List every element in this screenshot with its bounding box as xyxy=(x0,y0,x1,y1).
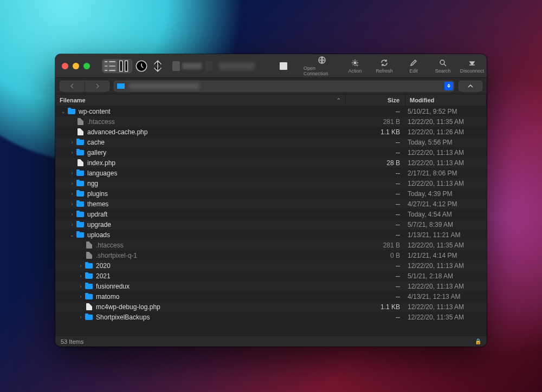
file-name: ngg xyxy=(87,180,98,187)
folder-icon xyxy=(85,293,93,300)
disconnect-label: Disconnect xyxy=(460,68,485,74)
list-view-button[interactable] xyxy=(117,60,131,72)
file-row[interactable]: ›2020--12/22/20, 11:13 AM xyxy=(55,260,487,271)
file-list[interactable]: ⌄wp-content--5/10/21, 9:52 PM.htaccess28… xyxy=(55,106,487,336)
file-row[interactable]: index.php28 B12/22/20, 11:13 AM xyxy=(55,158,487,168)
nav-back-button[interactable] xyxy=(60,81,85,92)
header-modified-label: Modified xyxy=(410,97,434,103)
transfers-button[interactable] xyxy=(151,60,165,72)
folder-icon xyxy=(85,313,93,321)
file-row[interactable]: ⌄uploads--1/13/21, 11:21 AM xyxy=(55,230,487,240)
chevron-right-icon[interactable]: › xyxy=(68,212,76,217)
file-modified: 5/1/21, 2:18 AM xyxy=(405,272,487,280)
file-row[interactable]: ›gallery--12/22/20, 11:13 AM xyxy=(55,147,487,158)
path-dropdown-stepper[interactable] xyxy=(444,82,453,90)
action-button[interactable]: Action xyxy=(340,54,370,78)
chevron-down-icon[interactable]: ⌄ xyxy=(68,232,76,238)
chevron-right-icon[interactable]: › xyxy=(68,140,76,145)
file-modified: 12/22/20, 11:13 AM xyxy=(405,159,487,167)
close-button[interactable] xyxy=(62,63,68,69)
file-size: -- xyxy=(346,221,405,228)
header-size-label: Size xyxy=(388,97,399,103)
header-modified[interactable]: Modified xyxy=(405,94,487,106)
folder-icon xyxy=(117,83,125,89)
file-size: 1.1 KB xyxy=(346,303,405,311)
file-row[interactable]: ›themes--4/27/21, 4:12 PM xyxy=(55,199,487,209)
file-size: 281 B xyxy=(346,241,405,249)
go-up-button[interactable] xyxy=(459,81,482,92)
file-name: .htaccess xyxy=(87,118,115,126)
window-controls xyxy=(55,63,96,69)
chevron-right-icon[interactable]: › xyxy=(68,201,76,207)
chevron-right-icon[interactable]: › xyxy=(77,273,85,279)
chevron-right-icon[interactable]: › xyxy=(68,150,76,155)
nav-forward-button[interactable] xyxy=(85,81,109,92)
view-mode-segment[interactable] xyxy=(102,59,132,73)
lock-icon: 🔒 xyxy=(475,338,481,344)
header-filename[interactable]: Filename ⌃ xyxy=(55,94,346,106)
search-button[interactable]: Search xyxy=(428,54,457,78)
search-label: Search xyxy=(435,68,451,74)
chevron-right-icon[interactable]: › xyxy=(68,191,76,197)
edit-button[interactable]: Edit xyxy=(399,54,428,78)
file-row[interactable]: .shortpixel-q-10 B1/21/21, 4:14 PM xyxy=(55,250,487,260)
chevron-right-icon[interactable]: › xyxy=(68,222,76,227)
refresh-button[interactable]: Refresh xyxy=(370,54,399,78)
chevron-right-icon[interactable]: › xyxy=(68,181,76,186)
tab-3[interactable] xyxy=(258,61,287,71)
zoom-button[interactable] xyxy=(83,63,90,69)
open-connection-button[interactable]: Open Connection xyxy=(304,54,340,78)
nav-history-segment xyxy=(60,81,109,92)
chevron-right-icon[interactable]: › xyxy=(68,171,76,176)
file-row[interactable]: ›cache--Today, 5:56 PM xyxy=(55,137,487,147)
file-icon xyxy=(76,159,85,167)
action-label: Action xyxy=(348,68,362,74)
minimize-button[interactable] xyxy=(73,63,79,69)
file-row[interactable]: ⌄wp-content--5/10/21, 9:52 PM xyxy=(55,106,487,116)
file-row[interactable]: ›plugins--Today, 4:39 PM xyxy=(55,188,487,199)
file-name: 2021 xyxy=(96,272,111,280)
folder-icon xyxy=(76,221,85,228)
tab-1[interactable] xyxy=(172,61,202,71)
file-row[interactable]: ›upgrade--5/7/21, 8:39 AM xyxy=(55,219,487,230)
file-name: plugins xyxy=(87,190,108,198)
file-name: matomo xyxy=(96,293,119,300)
folder-icon xyxy=(76,180,85,187)
header-size[interactable]: Size xyxy=(346,94,405,106)
file-size: -- xyxy=(346,108,405,115)
file-modified: 1/21/21, 4:14 PM xyxy=(405,252,487,259)
file-row[interactable]: .htaccess281 B12/22/20, 11:35 AM xyxy=(55,240,487,250)
file-size: 28 B xyxy=(346,159,405,167)
file-row[interactable]: ›ngg--12/22/20, 11:13 AM xyxy=(55,178,487,188)
file-row[interactable]: mc4wp-debug-log.php1.1 KB12/22/20, 11:13… xyxy=(55,302,487,312)
status-item-count: 53 Items xyxy=(61,338,83,345)
file-size: -- xyxy=(346,180,405,187)
file-name: uploads xyxy=(87,231,110,239)
file-row[interactable]: ›ShortpixelBackups--12/22/20, 11:35 AM xyxy=(55,312,487,322)
folder-icon xyxy=(85,262,93,270)
file-row[interactable]: .htaccess281 B12/22/20, 11:35 AM xyxy=(55,116,487,127)
file-modified: 4/13/21, 12:13 AM xyxy=(405,293,487,300)
path-field[interactable] xyxy=(114,81,454,92)
history-button[interactable] xyxy=(134,60,149,72)
titlebar: Open Connection Action Refresh Edit Sear… xyxy=(55,54,487,78)
file-row[interactable]: advanced-cache.php1.1 KB12/22/20, 11:26 … xyxy=(55,127,487,137)
chevron-right-icon[interactable]: › xyxy=(77,263,85,269)
file-modified: Today, 5:56 PM xyxy=(405,139,487,146)
tab-2[interactable] xyxy=(205,61,255,71)
chevron-right-icon[interactable]: › xyxy=(77,284,85,289)
file-row[interactable]: ›updraft--Today, 4:54 AM xyxy=(55,209,487,219)
file-icon xyxy=(85,303,93,311)
file-row[interactable]: ›2021--5/1/21, 2:18 AM xyxy=(55,271,487,281)
file-row[interactable]: ›fusionredux--12/22/20, 11:13 AM xyxy=(55,281,487,291)
file-row[interactable]: ›languages--2/17/21, 8:06 PM xyxy=(55,168,487,178)
chevron-right-icon[interactable]: › xyxy=(77,294,85,299)
file-name: wp-content xyxy=(79,108,111,115)
file-row[interactable]: ›matomo--4/13/21, 12:13 AM xyxy=(55,291,487,302)
file-size: -- xyxy=(346,211,405,218)
outline-view-button[interactable] xyxy=(103,60,117,72)
chevron-down-icon[interactable]: ⌄ xyxy=(60,109,67,114)
file-icon xyxy=(85,241,93,249)
disconnect-button[interactable]: Disconnect xyxy=(457,54,487,78)
chevron-right-icon[interactable]: › xyxy=(77,315,85,320)
